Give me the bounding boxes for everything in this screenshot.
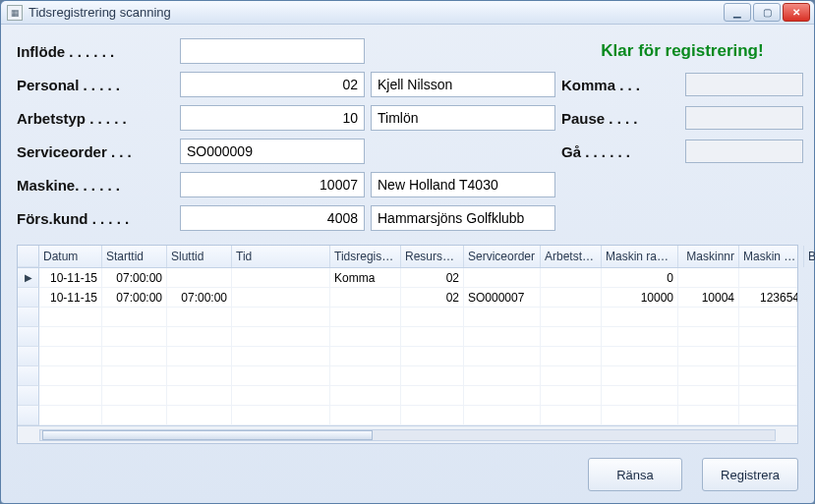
row-selector-icon[interactable]: ▶ [18, 268, 39, 288]
cell-tidsreg[interactable]: Komma [330, 268, 401, 288]
display-maskine-name: New Holland T4030 [371, 172, 555, 197]
col-be[interactable]: Be [804, 246, 815, 267]
cell-sluttid[interactable]: 07:00:00 [167, 288, 232, 308]
input-arbetstyp-code[interactable]: 10 [180, 105, 365, 131]
row-header-corner [18, 246, 39, 267]
table-row-empty[interactable] [18, 327, 797, 347]
table-row-empty[interactable] [18, 347, 797, 366]
restore-button[interactable]: ▢ [753, 3, 781, 22]
table-row-empty[interactable] [18, 366, 797, 386]
status-message: Klar för registrering! [561, 41, 803, 61]
data-grid[interactable]: Datum Starttid Sluttid Tid Tidsregistr..… [17, 245, 798, 444]
content-area: Inflöde . . . . . . Klar för registrerin… [1, 25, 814, 503]
app-window: ▦ Tidsregistrering scanning ▁ ▢ ✕ Inflöd… [0, 0, 815, 504]
col-serviceorder[interactable]: Serviceorder [464, 246, 541, 267]
cell-datum[interactable]: 10-11-15 [39, 288, 102, 308]
input-ga[interactable] [685, 140, 803, 163]
cell-tidsreg[interactable] [330, 288, 401, 308]
input-pause[interactable] [685, 106, 803, 130]
label-serviceorder: Serviceorder . . . [17, 143, 174, 160]
input-serviceorder[interactable]: SO000009 [180, 139, 365, 164]
cell-maskinradnr[interactable]: 0 [602, 268, 678, 288]
cell-tid[interactable] [232, 268, 330, 288]
footer-buttons: Ränsa Registrera [17, 444, 798, 491]
col-sluttid[interactable]: Sluttid [167, 246, 232, 267]
col-arbetstyp[interactable]: Arbetstyp... [541, 246, 602, 267]
row-selector[interactable] [18, 288, 39, 308]
titlebar[interactable]: ▦ Tidsregistrering scanning ▁ ▢ ✕ [1, 1, 814, 25]
label-komma: Komma . . . [561, 77, 679, 93]
label-pause: Pause . . . . [561, 110, 679, 127]
display-forskund-name: Hammarsjöns Golfklubb [371, 205, 555, 231]
input-maskine-code[interactable]: 10007 [180, 172, 365, 197]
cell-sluttid[interactable] [167, 268, 232, 288]
window-title: Tidsregistrering scanning [29, 5, 724, 20]
display-personal-name: Kjell Nilsson [371, 72, 555, 97]
cell-datum[interactable]: 10-11-15 [39, 268, 102, 288]
scroll-track[interactable] [39, 429, 776, 441]
cell-maskinnr[interactable] [678, 268, 739, 288]
cell-resurskod[interactable]: 02 [401, 288, 464, 308]
table-row[interactable]: ▶ 10-11-15 07:00:00 Komma 02 0 Kj [18, 268, 797, 288]
label-inflode: Inflöde . . . . . . [17, 43, 174, 60]
display-arbetstyp-name: Timlön [371, 105, 555, 131]
table-row[interactable]: 10-11-15 07:00:00 07:00:00 02 SO000007 1… [18, 288, 797, 308]
label-forskund: Förs.kund . . . . . [17, 210, 174, 227]
cell-arbetstyp[interactable] [541, 288, 602, 308]
label-maskine: Maskine. . . . . . [17, 177, 174, 194]
input-forskund-code[interactable]: 4008 [180, 205, 365, 231]
col-maskinradnr[interactable]: Maskin radnr [602, 246, 678, 267]
minimize-button[interactable]: ▁ [724, 3, 751, 22]
app-icon: ▦ [7, 5, 23, 21]
table-row-empty[interactable] [18, 406, 797, 425]
col-tidsreg[interactable]: Tidsregistr... [330, 246, 401, 267]
label-ga: Gå . . . . . . [561, 143, 679, 160]
col-datum[interactable]: Datum [39, 246, 102, 267]
table-row-empty[interactable] [18, 386, 797, 406]
input-personal-code[interactable]: 02 [180, 72, 365, 97]
ransa-button[interactable]: Ränsa [588, 458, 682, 491]
cell-resurskod[interactable]: 02 [401, 268, 464, 288]
close-button[interactable]: ✕ [783, 3, 810, 22]
label-personal: Personal . . . . . [17, 77, 174, 93]
col-maskinnr[interactable]: Maskinnr [678, 246, 739, 267]
scroll-thumb[interactable] [42, 430, 373, 440]
grid-header: Datum Starttid Sluttid Tid Tidsregistr..… [18, 246, 797, 268]
col-maskinse[interactable]: Maskin se... [739, 246, 804, 267]
registrera-button[interactable]: Registrera [702, 458, 798, 491]
label-arbetstyp: Arbetstyp . . . . . [17, 110, 174, 127]
col-resurskod[interactable]: Resurskod [401, 246, 464, 267]
input-komma[interactable] [685, 73, 803, 96]
col-tid[interactable]: Tid [232, 246, 330, 267]
cell-maskinse[interactable]: 123654 [739, 288, 797, 308]
cell-serviceorder[interactable]: SO000007 [464, 288, 541, 308]
cell-arbetstyp[interactable] [541, 268, 602, 288]
col-starttid[interactable]: Starttid [102, 246, 167, 267]
fields-panel: Inflöde . . . . . . Klar för registrerin… [17, 38, 798, 231]
cell-serviceorder[interactable] [464, 268, 541, 288]
table-row-empty[interactable] [18, 308, 797, 327]
cell-maskinse[interactable] [739, 268, 797, 288]
input-inflode[interactable] [180, 38, 365, 64]
cell-starttid[interactable]: 07:00:00 [102, 288, 167, 308]
cell-maskinradnr[interactable]: 10000 [602, 288, 678, 308]
grid-body[interactable]: ▶ 10-11-15 07:00:00 Komma 02 0 Kj 1 [18, 268, 797, 425]
cell-maskinnr[interactable]: 10004 [678, 288, 739, 308]
horizontal-scrollbar[interactable] [18, 425, 797, 443]
cell-starttid[interactable]: 07:00:00 [102, 268, 167, 288]
cell-tid[interactable] [232, 288, 330, 308]
